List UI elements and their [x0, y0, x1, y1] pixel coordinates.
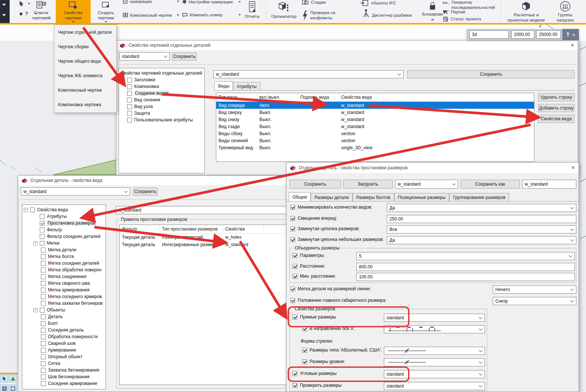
tree-item-marks[interactable]: Метки: [22, 240, 106, 246]
checkbox[interactable]: [127, 118, 132, 122]
table-row[interactable]: Вид сзадиВыкл.w_standard: [216, 123, 534, 130]
menu-item-drawing-layout[interactable]: Компоновка чертежа: [54, 97, 116, 112]
pin-icon[interactable]: [566, 32, 570, 37]
close-icon[interactable]: ×: [572, 32, 576, 37]
checkbox[interactable]: [41, 261, 46, 266]
tree-item-protection[interactable]: Защита: [119, 110, 204, 117]
x-direction-select[interactable]: [384, 325, 485, 333]
grid-step-field[interactable]: 2000.00: [511, 30, 534, 39]
tree-item-layout[interactable]: Компоновка: [119, 83, 204, 90]
checkbox[interactable]: [302, 359, 307, 364]
delete-row-button[interactable]: Удалить строку: [538, 93, 574, 101]
checkbox[interactable]: [40, 234, 45, 239]
offset-forward-field[interactable]: 250.00: [387, 215, 576, 223]
snap-box-button[interactable]: [9, 385, 17, 392]
menu-item-multidrawing[interactable]: Комплексный чертеж: [54, 83, 116, 97]
checkbox[interactable]: [292, 253, 297, 258]
distance-field[interactable]: 800.00: [356, 263, 575, 271]
checkbox[interactable]: [127, 98, 132, 102]
tree-item-surface-treatment-mark[interactable]: Метка обработки поверхн: [22, 267, 106, 273]
tab-views[interactable]: Виды: [214, 81, 233, 90]
checkbox[interactable]: [41, 268, 46, 272]
save-button[interactable]: Сохранить: [289, 180, 341, 189]
absolute-us-arrow-select[interactable]: [384, 347, 485, 355]
table-row[interactable]: Текущая детальИнтегрированные размерыw_s…: [120, 241, 287, 248]
select-tool[interactable]: [19, 1, 30, 7]
ribbon-button-change-number[interactable]: Изменить номер: [182, 13, 241, 17]
table-row[interactable]: Трехмерный видВыкл.single_3D_view: [216, 144, 534, 151]
checkbox[interactable]: [41, 328, 46, 333]
min-distance-field[interactable]: 100.00: [356, 273, 575, 281]
tree-item-section-view[interactable]: Вид сечения: [119, 97, 204, 103]
save-as-button[interactable]: Сохранить как: [460, 180, 520, 189]
checkbox[interactable]: [41, 321, 46, 326]
tree-item-detail-view[interactable]: Вид узла: [119, 103, 204, 110]
collapse-icon[interactable]: [33, 241, 38, 245]
tab-bolt-dimensions[interactable]: Размеры болтов: [353, 193, 394, 201]
tree-item-grid[interactable]: Сетка: [22, 360, 106, 367]
menu-item-assembly-drawing[interactable]: Чертеж сборки: [54, 39, 116, 54]
tree-item-filter[interactable]: Фильтр: [22, 226, 106, 233]
checkbox[interactable]: [41, 348, 46, 353]
tree-item-bolt-mark[interactable]: Метка болта: [22, 253, 106, 260]
checkbox[interactable]: [290, 205, 295, 210]
checkbox[interactable]: [127, 84, 132, 89]
checkbox[interactable]: [41, 288, 46, 293]
checkbox[interactable]: [302, 348, 307, 353]
ribbon-button-create-drawings[interactable]: Создать чертежи: [93, 1, 119, 23]
add-row-button[interactable]: Добавить строку: [538, 104, 574, 112]
save-button[interactable]: Сохранить: [172, 52, 197, 61]
ribbon-button-perform-numbering[interactable]: нумерацию: [123, 0, 179, 4]
tab-part-dimensions[interactable]: Размеры детали: [311, 193, 352, 201]
tree-item-weld-mark[interactable]: Метка сварного шва: [22, 280, 106, 287]
tree-item-neighbor-part[interactable]: Соседняя деталь: [22, 327, 106, 333]
checkbox[interactable]: [41, 301, 46, 306]
level-dimensions-arrow-select[interactable]: [384, 358, 485, 366]
menu-item-single-part-drawing[interactable]: Чертеж отдельной детали: [54, 25, 116, 39]
tree-item-dimensioning[interactable]: Простановка размеров: [22, 220, 106, 226]
preset-combo[interactable]: w_standard: [395, 180, 458, 189]
tree-item-user-attributes[interactable]: Пользовательские атрибуты: [119, 117, 204, 123]
tab-general[interactable]: Общие: [289, 192, 311, 201]
part-mark-select[interactable]: Ничего: [493, 285, 576, 294]
tree-item-surface-treatment[interactable]: Обработка поверхности: [22, 333, 106, 340]
menu-item-cu-drawing[interactable]: Чертеж ЖБ элемента: [54, 68, 116, 83]
ribbon-button-sequence-generator[interactable]: 123... Генератор последовательностей: [442, 0, 498, 10]
checkbox[interactable]: [292, 371, 297, 376]
table-row[interactable]: Виды сеченийВыкл.section: [216, 137, 534, 144]
close-icon[interactable]: ×: [571, 42, 574, 48]
load-button[interactable]: Загрузить: [343, 180, 393, 189]
checkbox[interactable]: [41, 355, 46, 359]
snap-boxed-button[interactable]: [0, 385, 8, 392]
tree-item-attributes[interactable]: Атрибуты: [22, 213, 106, 220]
tree-item-neighbor-rebar-mark[interactable]: Метка соседнего армиров: [22, 293, 106, 300]
checkbox[interactable]: [41, 281, 46, 286]
ribbon-button-drawing-properties[interactable]: Свойства чертежа: [56, 0, 91, 24]
tree-item-objects[interactable]: Объекты: [22, 307, 106, 313]
dialog-titlebar[interactable]: Свойства чертежей отдельных деталей ×: [116, 40, 578, 50]
save-as-name-field[interactable]: w_standard: [522, 180, 576, 189]
straight-dimensions-select[interactable]: standard: [384, 314, 485, 322]
checkbox[interactable]: [127, 78, 132, 82]
grid-extent-field[interactable]: 25000.00: [536, 30, 561, 39]
ribbon-button-clash-check[interactable]: Проверка на конфликты: [302, 10, 345, 21]
checkbox[interactable]: [292, 274, 297, 279]
preset-combo[interactable]: w_standard: [21, 187, 130, 196]
checkbox[interactable]: [40, 221, 45, 226]
closed-chain-small-select[interactable]: Да: [387, 236, 576, 244]
tree-item-view-creation[interactable]: Создание видов: [119, 90, 204, 97]
checkbox[interactable]: [41, 248, 46, 252]
save-button[interactable]: Сохранить: [133, 187, 158, 196]
tree-item-root[interactable]: Свойства чертежей отдельных деталей: [119, 70, 204, 76]
parameters-select[interactable]: 5: [356, 252, 575, 260]
check-dimensions-select[interactable]: standard: [384, 382, 485, 390]
snap-point-button[interactable]: [9, 375, 17, 382]
chevron-down-icon[interactable]: [2, 14, 6, 16]
ribbon-button-ifc-objects[interactable]: объекты IFC: [360, 0, 396, 7]
checkbox[interactable]: [41, 274, 46, 279]
ribbon-button-locks[interactable]: Блокировки: [421, 1, 444, 22]
checkbox[interactable]: [40, 241, 45, 246]
tree-item-neighbor-part-mark[interactable]: Метка соседних деталей: [22, 260, 106, 267]
ribbon-button-load-groups[interactable]: Группы нагрузок: [552, 1, 578, 23]
checkbox[interactable]: [292, 383, 297, 388]
